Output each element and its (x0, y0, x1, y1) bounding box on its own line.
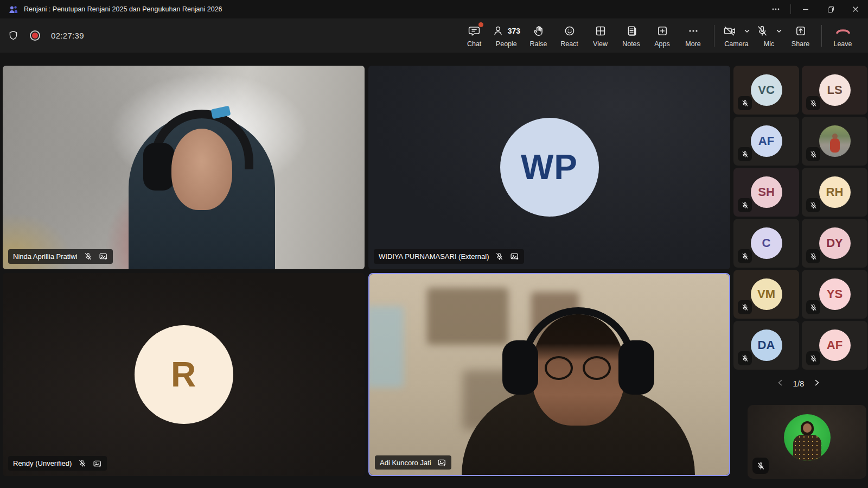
thumbnail-tile[interactable]: LS (802, 66, 867, 115)
meeting-stage: Ninda Aprillia Pratiwi WP WIDIYA PURNAMA… (0, 53, 868, 488)
previous-page-chevron[interactable] (777, 379, 783, 388)
self-view-tile[interactable] (748, 405, 866, 479)
participant-tile-rendy[interactable]: R Rendy (Unverified) (3, 273, 365, 477)
mic-button[interactable]: Mic (753, 23, 785, 49)
minimize-button[interactable] (793, 0, 818, 18)
mic-off-badge (806, 96, 820, 110)
chat-button[interactable]: Chat (459, 23, 490, 49)
self-avatar (784, 414, 831, 461)
notes-icon (625, 24, 638, 37)
toolbar-divider (714, 25, 714, 47)
meeting-timer: 02:27:39 (51, 31, 84, 40)
raise-hand-icon (532, 24, 545, 37)
avatar: LS (819, 74, 851, 106)
name-plate: Ninda Aprillia Pratiwi (8, 249, 113, 264)
avatar: YS (819, 278, 851, 310)
participants-sidebar: VC LS AF SH (733, 53, 868, 488)
more-button[interactable]: More (678, 23, 709, 49)
avatar: RH (819, 176, 851, 208)
avatar: R (135, 325, 233, 424)
avatar: C (751, 227, 782, 259)
mic-off-badge (806, 300, 820, 314)
next-page-chevron[interactable] (814, 379, 820, 388)
view-button[interactable]: View (585, 23, 616, 49)
view-grid-icon (594, 24, 607, 37)
titlebar-divider (790, 4, 791, 14)
more-dots-icon (687, 24, 700, 37)
leave-button[interactable]: Leave (827, 23, 858, 49)
share-icon (794, 24, 807, 37)
thumbnail-tile[interactable]: RH (802, 168, 867, 217)
people-icon (493, 24, 506, 37)
video-options-icon (99, 252, 108, 261)
participant-name: Ninda Aprillia Pratiwi (13, 252, 78, 261)
camera-button[interactable]: Camera (720, 23, 753, 49)
mic-off-badge (738, 300, 752, 314)
self-mic-off-badge (752, 458, 769, 474)
thumbnail-tile[interactable]: DA (733, 321, 799, 370)
teams-meeting-window: Renjani : Penutupan Renjani 2025 dan Pen… (0, 0, 868, 488)
teams-app-icon (8, 4, 18, 15)
video-options-icon (510, 252, 519, 261)
thumbnail-tile[interactable] (802, 117, 867, 166)
participant-thumbnails: VC LS AF SH (733, 66, 867, 370)
camera-off-icon (723, 24, 737, 37)
mic-off-icon (78, 459, 87, 468)
mic-off-badge (738, 249, 752, 263)
video-feed (369, 274, 729, 476)
thumbnail-tile[interactable]: AF (733, 117, 799, 166)
maximize-restore-button[interactable] (818, 0, 843, 18)
camera-options-chevron[interactable] (744, 28, 750, 34)
security-shield-icon (8, 30, 19, 41)
thumbnail-tile[interactable]: AF (802, 321, 867, 370)
page-indicator: 1/8 (793, 379, 805, 388)
avatar: VC (751, 74, 782, 106)
mic-off-badge (806, 249, 820, 263)
mic-off-badge (738, 147, 752, 161)
react-button[interactable]: React (554, 23, 585, 49)
avatar-initials: WP (521, 147, 578, 187)
raise-hand-button[interactable]: Raise (523, 23, 554, 49)
apps-button[interactable]: Apps (647, 23, 678, 49)
react-smiley-icon (563, 24, 576, 37)
avatar: WP (500, 118, 599, 217)
name-plate: Rendy (Unverified) (8, 456, 107, 471)
window-title: Renjani : Penutupan Renjani 2025 dan Pen… (24, 5, 222, 13)
participant-tile-widiya[interactable]: WP WIDIYA PURNAMASARI (External) (368, 66, 730, 269)
thumbnail-tile[interactable]: C (733, 219, 799, 268)
avatar-initials: R (171, 354, 196, 395)
mic-off-icon (495, 252, 504, 261)
title-bar: Renjani : Penutupan Renjani 2025 dan Pen… (0, 0, 868, 18)
participant-photo-avatar (819, 125, 851, 157)
thumbnail-tile[interactable]: VC (733, 66, 799, 115)
toolbar-divider (821, 25, 822, 47)
video-options-icon (437, 458, 446, 467)
thumbnail-tile[interactable]: SH (733, 168, 799, 217)
avatar: AF (819, 329, 851, 361)
apps-plus-icon (656, 24, 669, 37)
mic-off-badge (806, 351, 820, 365)
participant-name: Rendy (Unverified) (13, 459, 72, 467)
thumbnail-tile[interactable]: YS (802, 270, 867, 319)
chat-notification-dot (478, 22, 483, 27)
titlebar-more-button[interactable] (763, 0, 788, 18)
mic-off-badge (806, 198, 820, 212)
notes-button[interactable]: Notes (616, 23, 647, 49)
participant-tile-ninda[interactable]: Ninda Aprillia Pratiwi (3, 66, 365, 269)
meeting-toolbar: 02:27:39 Chat 3 (0, 18, 868, 53)
video-options-icon (93, 459, 102, 468)
mic-options-chevron[interactable] (776, 28, 782, 34)
close-button[interactable] (843, 0, 868, 18)
name-plate: Adi Kuncoro Jati (375, 455, 451, 470)
participant-name: WIDIYA PURNAMASARI (External) (379, 252, 489, 261)
avatar: VM (751, 278, 782, 310)
people-button[interactable]: 373 People (490, 23, 523, 49)
video-grid: Ninda Aprillia Pratiwi WP WIDIYA PURNAMA… (3, 66, 730, 476)
mic-off-badge (806, 147, 820, 161)
share-button[interactable]: Share (785, 23, 816, 49)
thumbnail-tile[interactable]: VM (733, 270, 799, 319)
participant-tile-adi-active-speaker[interactable]: Adi Kuncoro Jati (368, 273, 730, 477)
mic-off-icon (756, 24, 769, 37)
thumbnail-tile[interactable]: DY (802, 219, 867, 268)
mic-off-badge (738, 351, 752, 365)
